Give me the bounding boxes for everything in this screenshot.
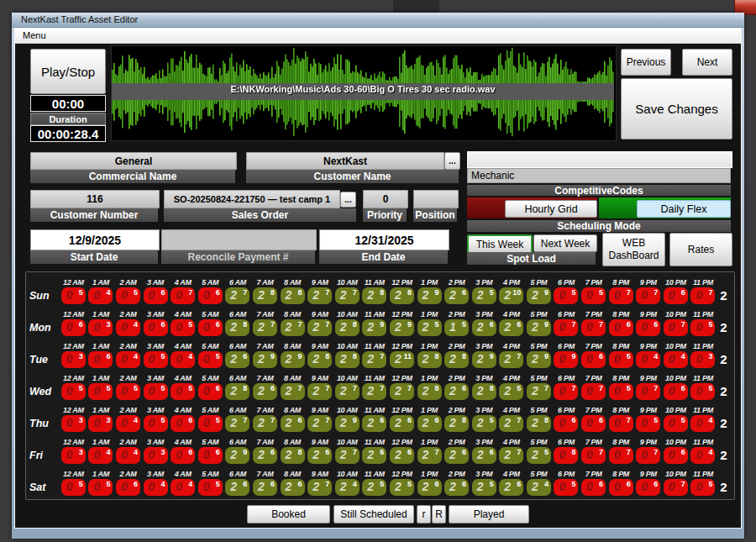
- spot-count-pill[interactable]: 09: [554, 351, 578, 368]
- spot-count-pill[interactable]: 05: [554, 287, 578, 304]
- booked-button[interactable]: Booked: [247, 505, 330, 524]
- spot-count-pill[interactable]: 26: [281, 415, 305, 432]
- spot-count-pill[interactable]: 07: [636, 447, 660, 464]
- spot-count-pill[interactable]: 27: [225, 287, 249, 304]
- spot-count-pill[interactable]: 05: [609, 383, 633, 400]
- spot-count-pill[interactable]: 03: [61, 447, 86, 464]
- rates-button[interactable]: Rates: [669, 233, 732, 266]
- spot-count-pill[interactable]: 04: [690, 447, 715, 464]
- spot-count-pill[interactable]: 27: [499, 415, 523, 432]
- spot-count-pill[interactable]: 25: [472, 479, 496, 496]
- commercial-name-value[interactable]: General: [30, 152, 237, 170]
- spot-count-pill[interactable]: 28: [281, 287, 305, 304]
- spot-count-pill[interactable]: 27: [281, 319, 305, 336]
- spot-count-pill[interactable]: 06: [198, 447, 223, 464]
- spot-count-pill[interactable]: 04: [88, 447, 113, 464]
- spot-count-pill[interactable]: 07: [664, 319, 688, 336]
- spot-count-pill[interactable]: 03: [690, 351, 715, 368]
- spot-count-pill[interactable]: 26: [472, 447, 496, 464]
- spot-count-pill[interactable]: 26: [417, 415, 442, 432]
- sales-order-value[interactable]: SO-20250824-221750 — test camp 1: [164, 190, 340, 208]
- spot-count-pill[interactable]: 05: [61, 479, 86, 496]
- spot-count-pill[interactable]: 28: [225, 383, 249, 400]
- spot-count-pill[interactable]: 06: [581, 479, 606, 496]
- spot-count-pill[interactable]: 26: [499, 319, 523, 336]
- spot-count-pill[interactable]: 05: [171, 319, 195, 336]
- spot-count-pill[interactable]: 06: [144, 319, 168, 336]
- this-week-button[interactable]: This Week: [467, 234, 533, 254]
- spot-count-pill[interactable]: 06: [116, 479, 140, 496]
- spot-count-pill[interactable]: 27: [527, 383, 551, 400]
- spot-count-pill[interactable]: 05: [198, 415, 223, 432]
- spot-count-pill[interactable]: 07: [636, 383, 660, 400]
- spot-count-pill[interactable]: 07: [554, 383, 578, 400]
- spot-count-pill[interactable]: 28: [417, 351, 442, 368]
- spot-count-pill[interactable]: 25: [472, 287, 496, 304]
- spot-count-pill[interactable]: 29: [527, 287, 551, 304]
- spot-count-pill[interactable]: 06: [198, 383, 223, 400]
- spot-count-pill[interactable]: 05: [581, 287, 606, 304]
- spot-count-pill[interactable]: 26: [444, 479, 469, 496]
- spot-count-pill[interactable]: 05: [116, 383, 140, 400]
- spot-count-pill[interactable]: 25: [390, 479, 414, 496]
- next-week-button[interactable]: Next Week: [533, 234, 597, 252]
- spot-count-pill[interactable]: 06: [581, 351, 606, 368]
- spot-count-pill[interactable]: 04: [116, 415, 140, 432]
- spot-count-pill[interactable]: 04: [664, 351, 688, 368]
- spot-count-pill[interactable]: 05: [88, 383, 113, 400]
- spot-count-pill[interactable]: 28: [444, 351, 469, 368]
- hourly-grid-button[interactable]: Hourly Grid: [505, 200, 597, 218]
- start-date-value[interactable]: 12/9/2025: [30, 229, 160, 250]
- spot-count-pill[interactable]: 27: [307, 415, 332, 432]
- spot-count-pill[interactable]: 27: [390, 383, 414, 400]
- spot-count-pill[interactable]: 26: [472, 319, 496, 336]
- spot-count-pill[interactable]: 05: [609, 351, 633, 368]
- spot-count-pill[interactable]: 05: [198, 479, 223, 496]
- spot-count-pill[interactable]: 06: [198, 287, 223, 304]
- spot-count-pill[interactable]: 28: [444, 415, 469, 432]
- spot-count-pill[interactable]: 25: [527, 447, 551, 464]
- end-date-value[interactable]: 12/31/2025: [319, 229, 449, 250]
- spot-count-pill[interactable]: 26: [225, 351, 249, 368]
- spot-count-pill[interactable]: 26: [444, 383, 469, 400]
- spot-count-pill[interactable]: 04: [171, 479, 195, 496]
- spot-count-pill[interactable]: 27: [253, 319, 277, 336]
- daily-flex-button[interactable]: Daily Flex: [637, 200, 731, 218]
- spot-count-pill[interactable]: 28: [225, 319, 249, 336]
- spot-count-pill[interactable]: 04: [116, 447, 140, 464]
- spot-count-pill[interactable]: 29: [527, 319, 551, 336]
- spot-count-pill[interactable]: 27: [307, 287, 332, 304]
- customer-name-browse-button[interactable]: ...: [444, 152, 460, 170]
- spot-count-pill[interactable]: 05: [144, 415, 168, 432]
- spot-count-pill[interactable]: 29: [281, 351, 305, 368]
- spot-count-pill[interactable]: 05: [61, 383, 86, 400]
- spot-count-pill[interactable]: 06: [636, 319, 660, 336]
- spot-count-pill[interactable]: 210: [499, 287, 523, 304]
- spot-count-pill[interactable]: 05: [88, 479, 113, 496]
- play-stop-button[interactable]: Play/Stop: [30, 49, 106, 94]
- spot-count-pill[interactable]: 27: [362, 351, 386, 368]
- spot-count-pill[interactable]: 27: [225, 415, 249, 432]
- spot-count-pill[interactable]: 25: [499, 383, 523, 400]
- spot-count-pill[interactable]: 07: [581, 383, 606, 400]
- spot-count-pill[interactable]: 06: [144, 287, 168, 304]
- spot-count-pill[interactable]: 05: [664, 415, 688, 432]
- spot-count-pill[interactable]: 29: [335, 415, 360, 432]
- spot-count-pill[interactable]: 26: [417, 479, 442, 496]
- spot-count-pill[interactable]: 03: [88, 319, 113, 336]
- spot-count-pill[interactable]: 07: [609, 447, 633, 464]
- spot-count-pill[interactable]: 15: [444, 319, 469, 336]
- spot-count-pill[interactable]: 06: [636, 479, 660, 496]
- spot-count-pill[interactable]: 28: [362, 287, 386, 304]
- menu-item-menu[interactable]: Menu: [23, 30, 46, 40]
- spot-count-pill[interactable]: 27: [362, 383, 386, 400]
- title-bar[interactable]: NextKast Traffic Asset Editor: [12, 13, 744, 28]
- spot-count-pill[interactable]: 03: [61, 415, 86, 432]
- spot-count-pill[interactable]: 27: [307, 479, 332, 496]
- spot-count-pill[interactable]: 27: [335, 447, 360, 464]
- spot-count-pill[interactable]: 08: [554, 447, 578, 464]
- spot-count-pill[interactable]: 04: [144, 479, 168, 496]
- spot-count-pill[interactable]: 25: [472, 415, 496, 432]
- spot-count-pill[interactable]: 03: [88, 415, 113, 432]
- spot-count-pill[interactable]: 05: [690, 479, 715, 496]
